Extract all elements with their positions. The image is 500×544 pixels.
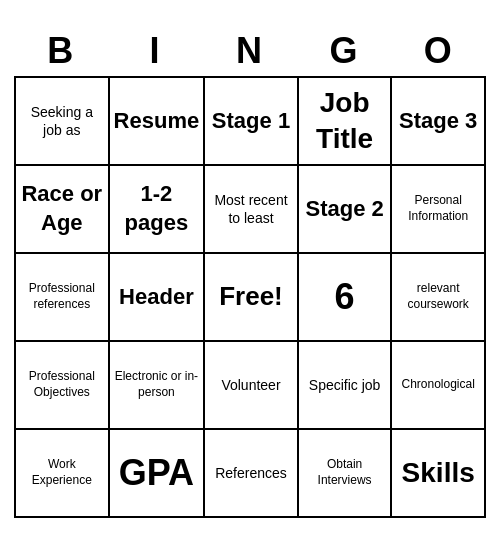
grid-cell: Header (110, 254, 206, 342)
grid-cell: Resume (110, 78, 206, 166)
grid-cell: Skills (392, 430, 486, 518)
grid-cell: References (205, 430, 299, 518)
bingo-header: BINGO (14, 26, 486, 76)
grid-cell: Chronological (392, 342, 486, 430)
bingo-card: BINGO Seeking a job asResumeStage 1Job T… (10, 22, 490, 522)
grid-cell: Stage 1 (205, 78, 299, 166)
header-letter: O (392, 26, 486, 76)
grid-cell: Work Experience (16, 430, 110, 518)
grid-cell: Most recent to least (205, 166, 299, 254)
grid-cell: Professional Objectives (16, 342, 110, 430)
grid-cell: Volunteer (205, 342, 299, 430)
grid-cell: Obtain Interviews (299, 430, 393, 518)
grid-cell: Specific job (299, 342, 393, 430)
grid-cell: GPA (110, 430, 206, 518)
header-letter: N (203, 26, 297, 76)
header-letter: B (14, 26, 108, 76)
header-letter: I (108, 26, 202, 76)
header-letter: G (297, 26, 391, 76)
bingo-grid: Seeking a job asResumeStage 1Job TitleSt… (14, 76, 486, 518)
grid-cell: 1-2 pages (110, 166, 206, 254)
grid-cell: Stage 2 (299, 166, 393, 254)
grid-cell: Free! (205, 254, 299, 342)
grid-cell: Seeking a job as (16, 78, 110, 166)
grid-cell: relevant coursework (392, 254, 486, 342)
grid-cell: 6 (299, 254, 393, 342)
grid-cell: Professional references (16, 254, 110, 342)
grid-cell: Electronic or in-person (110, 342, 206, 430)
grid-cell: Job Title (299, 78, 393, 166)
grid-cell: Personal Information (392, 166, 486, 254)
grid-cell: Race or Age (16, 166, 110, 254)
grid-cell: Stage 3 (392, 78, 486, 166)
